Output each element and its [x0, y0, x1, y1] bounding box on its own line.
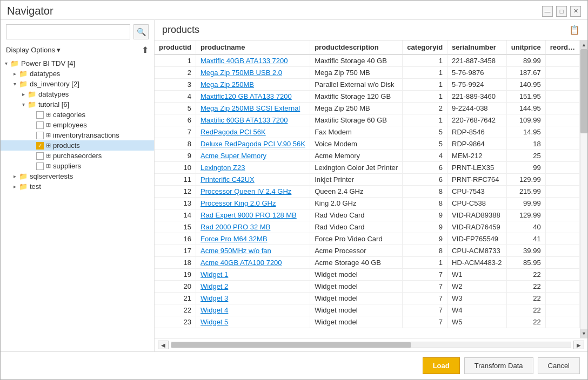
col-header-serialnumber[interactable]: serialnumber — [447, 40, 507, 55]
checkbox-products[interactable]: ✓ — [36, 142, 44, 150]
table-row[interactable]: 21Widget 3Widget model7W322 — [155, 293, 580, 304]
scroll-left-button[interactable]: ◀ — [158, 341, 169, 349]
table-cell: 7 — [155, 126, 196, 138]
table-area[interactable]: productidproductnameproductdescriptionca… — [155, 40, 580, 338]
close-button[interactable]: ✕ — [570, 6, 581, 17]
table-row[interactable]: 3Mega Zip 250MBParallel External w/o Dis… — [155, 79, 580, 91]
table-cell: 9-2244-038 — [447, 103, 507, 114]
search-button[interactable]: 🔍 — [133, 24, 149, 39]
table-row[interactable]: 5Mega Zip 250MB SCSI ExternalMega Zip 25… — [155, 103, 580, 114]
folder-icon: 📁 — [19, 80, 28, 88]
dialog-title: Navigator — [7, 5, 54, 17]
table-cell: Deluxe RedPagoda PCI V.90 56K — [196, 138, 310, 150]
table-row[interactable]: 4Maxtific120 GB ATA133 7200Maxtific Stor… — [155, 91, 580, 103]
display-options-button[interactable]: Display Options ▾ — [6, 46, 61, 54]
export-icon[interactable]: 📋 — [569, 25, 580, 35]
tree-item-categories[interactable]: ⊞categories — [1, 110, 154, 120]
table-row[interactable]: 7RedPagoda PCI 56KFax Modem5RDP-854614.9… — [155, 126, 580, 138]
tree-item-ds_inventory[interactable]: ▾📁ds_inventory [2] — [1, 79, 154, 89]
tree-item-test[interactable]: ▸📁test — [1, 181, 154, 192]
minimize-button[interactable]: — — [542, 6, 553, 17]
table-cell: W2 — [447, 281, 507, 293]
table-cell: 41 — [506, 233, 545, 245]
col-header-productdescription[interactable]: productdescription — [310, 40, 403, 55]
table-cell: 2 — [403, 103, 447, 114]
checkbox-inventorytransactions[interactable] — [36, 132, 44, 139]
table-cell: 18 — [506, 138, 545, 150]
scroll-thumb — [580, 49, 587, 133]
table-row[interactable]: 14Rad Expert 9000 PRO 128 MBRad Video Ca… — [155, 209, 580, 221]
col-header-reorderl[interactable]: reord… — [545, 40, 579, 55]
horizontal-scrollbar[interactable]: ◀ ▶ — [155, 338, 587, 351]
table-row[interactable]: 23Widget 5Widget model7W522 — [155, 316, 580, 328]
tree-item-employees[interactable]: ⊞employees — [1, 120, 154, 130]
table-row[interactable]: 11Printerific C42UXInkjet Printer6PRNT-R… — [155, 174, 580, 186]
tree-item-sqlservertests[interactable]: ▸📁sqlservertests — [1, 171, 154, 181]
table-cell: 221-889-3460 — [447, 91, 507, 103]
table-icon: ⊞ — [46, 132, 51, 139]
table-row[interactable]: 10Lexington Z23Lexington Color Jet Print… — [155, 162, 580, 174]
right-panel: products 📋 productidproductnameproductde… — [155, 20, 587, 351]
table-cell — [545, 198, 579, 209]
table-cell — [545, 162, 579, 174]
table-cell: 99.99 — [506, 198, 545, 209]
table-cell: Printerific C42UX — [196, 174, 310, 186]
table-row[interactable]: 13Processor King 2.0 GHzKing 2.0 GHz8CPU… — [155, 198, 580, 209]
load-button[interactable]: Load — [423, 357, 460, 374]
table-row[interactable]: 18Acme 40GB ATA100 7200Acme Storage 40 G… — [155, 257, 580, 269]
col-header-categoryid[interactable]: categoryid — [403, 40, 447, 55]
checkbox-employees[interactable] — [36, 121, 44, 129]
table-row[interactable]: 16Force Pro M64 32MBForce Pro Video Card… — [155, 233, 580, 245]
table-cell: 99 — [506, 162, 545, 174]
scroll-down-button[interactable]: ▼ — [580, 329, 587, 338]
table-cell: 85.95 — [506, 257, 545, 269]
cancel-button[interactable]: Cancel — [538, 357, 580, 374]
table-row[interactable]: 22Widget 4Widget model7W422 — [155, 304, 580, 316]
scroll-right-button[interactable]: ▶ — [573, 341, 584, 349]
table-cell: Mega Zip 750MB USB 2.0 — [196, 67, 310, 79]
table-cell: Maxtific 40GB ATA133 7200 — [196, 55, 310, 67]
table-cell: 5 — [403, 126, 447, 138]
table-row[interactable]: 8Deluxe RedPagoda PCI V.90 56KVoice Mode… — [155, 138, 580, 150]
table-cell: 1 — [403, 79, 447, 91]
table-row[interactable]: 17Acme 950MHz w/o fanAcme Processor8CPU-… — [155, 245, 580, 257]
tree-item-products[interactable]: ✓⊞products — [1, 140, 154, 151]
col-header-productid[interactable]: productid — [155, 40, 196, 55]
table-row[interactable]: 15Rad 2000 PRO 32 MBRad Video Card9VID-R… — [155, 221, 580, 233]
transform-data-button[interactable]: Transform Data — [464, 357, 533, 374]
folder-icon: 📁 — [19, 70, 28, 78]
tree-item-inventorytransactions[interactable]: ⊞inventorytransactions — [1, 130, 154, 140]
table-row[interactable]: 12Processor Queen IV 2.4 GHzQueen 2.4 GH… — [155, 186, 580, 198]
table-cell — [545, 245, 579, 257]
tree-item-label: inventorytransactions — [53, 131, 119, 139]
scroll-up-button[interactable]: ▲ — [580, 40, 587, 49]
col-header-unitprice[interactable]: unitprice — [506, 40, 545, 55]
vertical-scrollbar[interactable]: ▲ ▼ — [580, 40, 587, 338]
col-header-productname[interactable]: productname — [196, 40, 310, 55]
tree-item-tutorial[interactable]: ▾📁tutorial [6] — [1, 99, 154, 110]
checkbox-suppliers[interactable] — [36, 162, 44, 170]
table-cell: Queen 2.4 GHz — [310, 186, 403, 198]
table-row[interactable]: 1Maxtific 40GB ATA133 7200Maxtific Stora… — [155, 55, 580, 67]
tree-item-suppliers[interactable]: ⊞suppliers — [1, 161, 154, 171]
table-cell: RedPagoda PCI 56K — [196, 126, 310, 138]
tree-item-purchaseorders[interactable]: ⊞purchaseorders — [1, 151, 154, 161]
table-row[interactable]: 2Mega Zip 750MB USB 2.0Mega Zip 750 MB15… — [155, 67, 580, 79]
table-row[interactable]: 20Widget 2Widget model7W222 — [155, 281, 580, 293]
table-row[interactable]: 6Maxtific 60GB ATA133 7200Maxtific Stora… — [155, 114, 580, 126]
checkbox-purchaseorders[interactable] — [36, 152, 44, 160]
checkbox-categories[interactable] — [36, 111, 44, 119]
table-row[interactable]: 9Acme Super MemoryAcme Memory4MEM-21225 — [155, 150, 580, 162]
tree-item-label: products — [53, 141, 80, 150]
table-cell: Processor King 2.0 GHz — [196, 198, 310, 209]
table-cell: Maxtific120 GB ATA133 7200 — [196, 91, 310, 103]
import-icon[interactable]: ⬆ — [142, 45, 149, 55]
tree-item-datatypes1[interactable]: ▸📁datatypes — [1, 69, 154, 79]
maximize-button[interactable]: □ — [556, 6, 567, 17]
table-cell — [545, 186, 579, 198]
table-row[interactable]: 19Widget 1Widget model7W122 — [155, 269, 580, 281]
tree-item-datatypes2[interactable]: ▸📁datatypes — [1, 89, 154, 99]
search-input[interactable] — [6, 24, 130, 39]
tree-item-powerbi[interactable]: ▾📁Power BI TDV [4] — [1, 58, 154, 69]
table-cell: 7 — [403, 269, 447, 281]
